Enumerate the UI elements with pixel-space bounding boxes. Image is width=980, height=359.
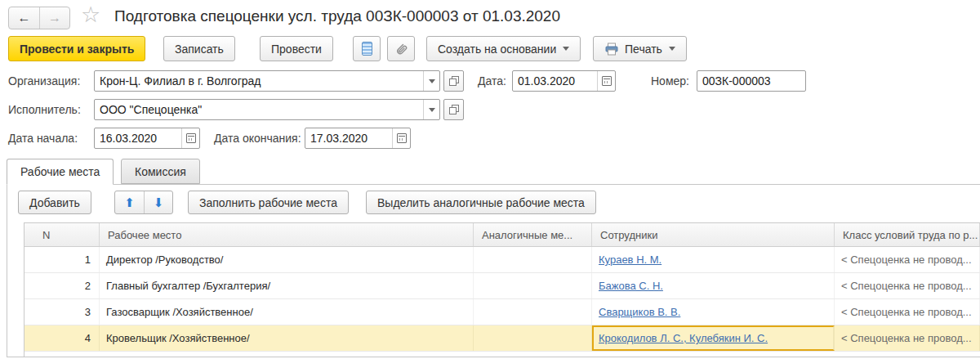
cell-workplace[interactable]: Директор /Руководство/ [100, 247, 474, 272]
start-date-calendar-button[interactable] [181, 128, 199, 148]
workplaces-table: N Рабочее место Аналогичные ме... Сотруд… [24, 222, 980, 357]
end-date-label: Дата окончания: [214, 128, 301, 149]
cell-similar[interactable] [474, 325, 592, 351]
table-row[interactable]: 1 Директор /Руководство/ Кураев Н. М. < … [24, 247, 980, 273]
date-calendar-button[interactable] [597, 71, 615, 91]
journal-icon [362, 42, 372, 56]
chevron-down-icon [563, 47, 569, 51]
cell-employees[interactable]: Кураев Н. М. [592, 247, 835, 272]
column-header-workplace[interactable]: Рабочее место [100, 223, 474, 246]
cell-n[interactable]: 1 [24, 247, 100, 272]
cell-class[interactable]: < Спецоценка не провод... [835, 325, 980, 351]
chevron-down-icon [669, 47, 675, 51]
employees-link[interactable]: Бажова С. Н. [599, 280, 663, 292]
number-label: Номер: [651, 70, 689, 92]
table-row[interactable]: 2 Главный бухгалтер /Бухгалтерия/ Бажова… [24, 273, 980, 299]
chevron-down-icon [429, 108, 435, 112]
column-header-n[interactable]: N [24, 223, 100, 246]
column-header-class[interactable]: Класс условий труда по р... [835, 223, 980, 246]
write-button[interactable]: Записать [163, 36, 235, 61]
cell-employees-selected[interactable]: Крокодилов Л. С., Кулебякин И. С. [592, 325, 835, 351]
end-date-calendar-button[interactable] [392, 128, 410, 148]
column-header-similar[interactable]: Аналогичные ме... [474, 223, 592, 246]
table-header: N Рабочее место Аналогичные ме... Сотруд… [24, 222, 980, 247]
cell-class[interactable]: < Спецоценка не провод... [835, 273, 980, 298]
cell-similar[interactable] [474, 247, 592, 272]
back-arrow-icon[interactable]: ← [9, 7, 39, 29]
chevron-down-icon [429, 79, 435, 83]
workplaces-panel: Добавить ⬆ ⬇ Заполнить рабочие места Выд… [7, 184, 980, 357]
start-date-field [94, 128, 200, 149]
employees-link[interactable]: Кураев Н. М. [599, 254, 662, 266]
tab-commission[interactable]: Комиссия [121, 159, 200, 184]
table-row[interactable]: 3 Газосварщик /Хозяйственное/ Сварщиков … [24, 299, 980, 325]
organization-label: Организация: [8, 70, 80, 92]
start-date-input[interactable] [95, 128, 181, 148]
paperclip-icon [394, 42, 408, 56]
open-form-icon [449, 76, 459, 86]
cell-workplace[interactable]: Главный бухгалтер /Бухгалтерия/ [100, 273, 474, 298]
register-records-button[interactable] [353, 36, 381, 61]
move-down-icon[interactable]: ⬇ [144, 191, 172, 213]
cell-n[interactable]: 4 [24, 325, 100, 351]
organization-dropdown-button[interactable] [423, 71, 439, 91]
executor-field [94, 99, 440, 120]
select-similar-button[interactable]: Выделить аналогичные рабочие места [366, 191, 596, 214]
cell-class[interactable]: < Спецоценка не провод... [835, 247, 980, 272]
forward-arrow-icon[interactable]: → [39, 7, 69, 29]
move-up-icon[interactable]: ⬆ [115, 191, 144, 213]
date-label: Дата: [478, 70, 506, 92]
print-label: Печать [625, 43, 662, 56]
calendar-icon [397, 133, 407, 143]
executor-label: Исполнитель: [8, 99, 81, 120]
create-based-on-button[interactable]: Создать на основании [426, 36, 581, 61]
cell-similar[interactable] [474, 273, 592, 298]
cell-employees[interactable]: Сварщиков В. В. [592, 299, 835, 325]
end-date-field [305, 128, 411, 149]
organization-open-button[interactable] [443, 70, 464, 92]
executor-input[interactable] [95, 100, 423, 119]
page-title: Подготовка спецоценки усл. труда 00ЗК-00… [114, 7, 560, 25]
calendar-icon [602, 76, 612, 86]
tab-workplaces[interactable]: Рабочие места [7, 159, 114, 185]
history-nav: ← → [8, 7, 70, 29]
cell-workplace[interactable]: Газосварщик /Хозяйственное/ [100, 299, 474, 325]
executor-open-button[interactable] [443, 99, 464, 120]
date-input[interactable] [513, 71, 597, 91]
calendar-icon [186, 133, 196, 143]
employees-link[interactable]: Крокодилов Л. С., Кулебякин И. С. [599, 332, 768, 344]
add-button[interactable]: Добавить [18, 191, 91, 214]
print-button[interactable]: Печать [593, 36, 687, 61]
organization-field [94, 70, 440, 92]
cell-n[interactable]: 3 [24, 299, 100, 325]
favorite-star-icon[interactable]: ☆ [81, 2, 100, 28]
cell-employees[interactable]: Бажова С. Н. [592, 273, 835, 298]
post-and-close-button[interactable]: Провести и закрыть [8, 36, 145, 61]
fill-workplaces-button[interactable]: Заполнить рабочие места [188, 191, 349, 214]
post-button[interactable]: Провести [260, 36, 333, 61]
open-form-icon [449, 105, 459, 114]
cell-class[interactable]: < Спецоценка не провод... [835, 299, 980, 325]
create-based-on-label: Создать на основании [438, 43, 556, 56]
column-header-employees[interactable]: Сотрудники [592, 223, 835, 246]
cell-n[interactable]: 2 [24, 273, 100, 298]
end-date-input[interactable] [305, 128, 392, 148]
move-buttons: ⬆ ⬇ [114, 191, 173, 214]
start-date-label: Дата начала: [8, 128, 78, 149]
cell-similar[interactable] [474, 299, 592, 325]
table-row-selected[interactable]: 4 Кровельщик /Хозяйственное/ Крокодилов … [24, 325, 980, 352]
employees-link[interactable]: Сварщиков В. В. [599, 306, 680, 318]
printer-icon [604, 43, 619, 56]
attachments-button[interactable] [387, 36, 415, 61]
number-field [697, 70, 806, 92]
organization-input[interactable] [95, 71, 423, 91]
date-field [512, 70, 616, 92]
cell-workplace[interactable]: Кровельщик /Хозяйственное/ [100, 325, 474, 351]
number-input[interactable] [697, 71, 805, 91]
executor-dropdown-button[interactable] [423, 100, 439, 119]
